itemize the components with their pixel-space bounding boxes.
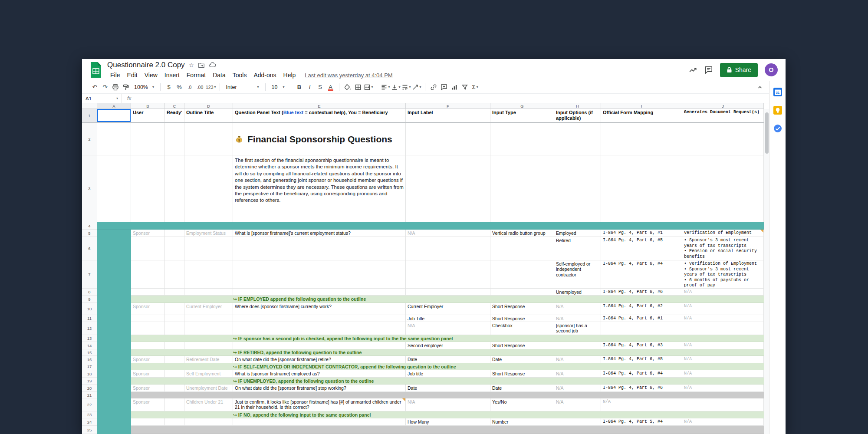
cell-H10[interactable]: N/A	[554, 303, 601, 315]
cell-G16[interactable]: Date	[490, 356, 554, 363]
cell-J14[interactable]: N/A	[682, 342, 764, 349]
insert-comment-icon[interactable]	[439, 82, 449, 92]
cell-I11[interactable]: I-864 Pg. 4, Part 6, #1	[601, 315, 682, 322]
cell-F22[interactable]: N/A	[406, 398, 490, 411]
cell-J6[interactable]: • Sponsor's 3 most recent years of tax t…	[682, 237, 764, 260]
cell-H11[interactable]: N/A	[554, 315, 601, 322]
scrollbar-thumb[interactable]	[765, 112, 769, 154]
cell-I5[interactable]: I-864 Pg. 4, Part 6, #1	[601, 230, 682, 237]
cell-A2[interactable]	[97, 123, 131, 155]
cell-D11[interactable]	[184, 315, 233, 322]
cell-F24[interactable]: How Many	[406, 418, 490, 426]
column-header-G[interactable]: G	[490, 103, 554, 109]
row-header-15[interactable]: 15	[82, 349, 97, 356]
cell-E12[interactable]	[233, 322, 406, 335]
calendar-icon[interactable]: 31	[773, 88, 782, 96]
cell-J24[interactable]: N/A	[682, 418, 764, 426]
cell-C18[interactable]	[165, 370, 184, 378]
cell-E5[interactable]: What is [sponsor firstname]'s current em…	[233, 230, 406, 237]
cell-C6[interactable]	[165, 237, 184, 260]
vertical-scrollbar[interactable]	[764, 109, 769, 434]
cell-D6[interactable]	[184, 237, 233, 260]
cell-B2[interactable]	[131, 123, 165, 155]
cell-E20[interactable]: On what date did the [sponsor firstname]…	[233, 385, 406, 392]
menu-file[interactable]: File	[107, 71, 123, 79]
insert-chart-icon[interactable]	[450, 82, 459, 92]
cell-H2[interactable]	[554, 123, 601, 155]
activity-icon[interactable]	[689, 66, 697, 74]
cell-E18[interactable]: What is [sponsor firstname] employed as?	[233, 370, 406, 378]
cell-E24[interactable]	[233, 418, 406, 426]
cell-G22[interactable]: Yes/No	[490, 398, 554, 411]
cell-A22[interactable]	[97, 398, 131, 411]
cell-J12[interactable]	[682, 322, 764, 335]
section-divider-teal[interactable]	[97, 222, 764, 230]
row-header-23[interactable]: 23	[82, 411, 97, 418]
formula-input[interactable]	[136, 94, 769, 103]
cell-C10[interactable]	[165, 303, 184, 315]
column-header-E[interactable]: E	[233, 103, 406, 109]
cell-I1[interactable]: Official Form Mapping	[601, 109, 682, 122]
cell-G18[interactable]: Short Response	[490, 370, 554, 378]
conditional-rule-row[interactable]: ↪ IF UNEMPLOYED, append the following qu…	[131, 378, 764, 385]
row-header-10[interactable]: 10	[82, 303, 97, 315]
redo-icon[interactable]: ↷	[100, 82, 110, 92]
cell-E3[interactable]: The first section of the financial spons…	[233, 155, 406, 222]
column-header-I[interactable]: I	[601, 103, 682, 109]
cell-H6[interactable]: Retired	[554, 237, 601, 260]
cell-A16[interactable]	[97, 356, 131, 363]
cell-B18[interactable]: Sponsor	[131, 370, 165, 378]
row-header-7[interactable]: 7	[82, 260, 97, 289]
cell-A11[interactable]	[97, 315, 131, 322]
cell-I10[interactable]: I-864 Pg. 4, Part 6, #2	[601, 303, 682, 315]
cell-B7[interactable]	[131, 260, 165, 289]
cell-D24[interactable]	[184, 418, 233, 426]
cell-I2[interactable]	[601, 123, 682, 155]
cell-I16[interactable]: I-864 Pg. 4, Part 6, #5	[601, 356, 682, 363]
bold-icon[interactable]: B	[295, 82, 304, 92]
star-icon[interactable]: ☆	[189, 62, 194, 69]
cell-J7[interactable]: • Verification of Employment • Sponsor's…	[682, 260, 764, 289]
cell-B12[interactable]	[131, 322, 165, 335]
cell-C22[interactable]	[165, 398, 184, 411]
last-edit-link[interactable]: Last edit was yesterday at 4:04 PM	[305, 72, 392, 79]
row-header-13[interactable]: 13	[82, 335, 97, 342]
cell-G20[interactable]: Date	[490, 385, 554, 392]
cell-A20[interactable]	[97, 385, 131, 392]
collapse-toolbar-icon[interactable]	[755, 82, 765, 92]
increase-decimals-icon[interactable]: .00	[195, 82, 205, 92]
text-color-icon[interactable]: A	[326, 82, 335, 92]
cell-B10[interactable]: Sponsor	[131, 303, 165, 315]
cell-A3[interactable]	[97, 155, 131, 222]
cell-B1[interactable]: User	[131, 109, 165, 122]
cell-D5[interactable]: Employment Status	[184, 230, 233, 237]
cell-C2[interactable]	[165, 123, 184, 155]
cell-I14[interactable]: I-864 Pg. 4, Part 6, #3	[601, 342, 682, 349]
cell-A24[interactable]	[97, 418, 131, 426]
menu-view[interactable]: View	[141, 71, 161, 79]
cell-A15[interactable]	[97, 349, 131, 356]
conditional-rule-row[interactable]: ↪ IF NO, append the following input to t…	[131, 411, 764, 418]
cell-J16[interactable]: N/A	[682, 356, 764, 363]
cell-J10[interactable]: N/A	[682, 303, 764, 315]
more-formats-icon[interactable]: 123 ▾	[206, 82, 216, 92]
cell-G7[interactable]	[490, 260, 554, 289]
column-header-J[interactable]: J	[682, 103, 764, 109]
borders-icon[interactable]	[353, 82, 363, 92]
text-wrap-icon[interactable]: ▾	[401, 82, 411, 92]
cell-A7[interactable]	[97, 260, 131, 289]
cell-D7[interactable]	[184, 260, 233, 289]
print-icon[interactable]	[111, 82, 120, 92]
name-box[interactable]: A1 ▾	[82, 94, 122, 103]
cell-C12[interactable]	[165, 322, 184, 335]
cell-A19[interactable]	[97, 378, 131, 385]
cell-E2[interactable]: $Financial Sponsorship Questions	[233, 123, 406, 155]
cell-E10[interactable]: Where does [sponsor firstname] currently…	[233, 303, 406, 315]
cell-F8[interactable]	[406, 289, 490, 296]
cell-D18[interactable]: Self Employment	[184, 370, 233, 378]
merge-cells-icon[interactable]: ▾	[364, 82, 373, 92]
row-header-25[interactable]: 25	[82, 426, 97, 434]
cell-F16[interactable]: Date	[406, 356, 490, 363]
row-header-8[interactable]: 8	[82, 289, 97, 296]
cell-H16[interactable]: N/A	[554, 356, 601, 363]
